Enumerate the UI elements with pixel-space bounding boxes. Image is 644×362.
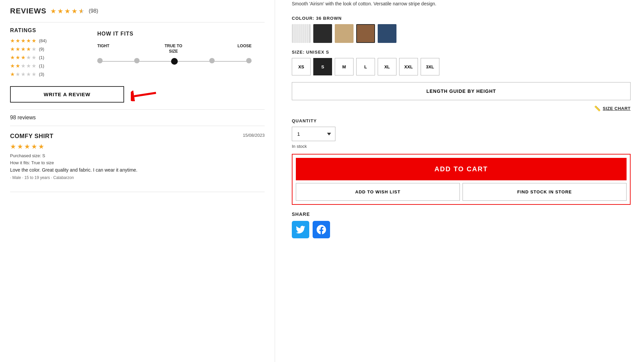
- review-product-name: COMFY SHIRT: [10, 133, 53, 140]
- review-count-badge: (98): [89, 8, 98, 14]
- ratings-section: RATINGS ★ ★ ★ ★ ★ (84) ★ ★: [10, 27, 77, 79]
- fits-title: HOW IT FITS: [97, 31, 265, 37]
- product-description: Smooth 'Airism' with the look of cotton.…: [292, 0, 631, 7]
- review-text: Love the color. Great quality and fabric…: [10, 167, 265, 173]
- rating-row-3: ★ ★ ★ ★ ★ (1): [10, 54, 77, 61]
- fits-labels-row: TIGHT TRUE TOSIZE LOOSE: [97, 44, 252, 54]
- star-4: ★: [71, 7, 77, 15]
- size-chart-link[interactable]: SIZE CHART: [603, 106, 631, 111]
- size-options: XS S M L XL XXL 3XL: [292, 58, 631, 75]
- reviews-title: REVIEWS: [10, 7, 46, 15]
- rating-stars-4: ★ ★ ★ ★ ★: [10, 46, 36, 52]
- fits-scale: TIGHT TRUE TOSIZE LOOSE: [97, 44, 265, 65]
- arrow-indicator: [131, 88, 158, 101]
- color-swatch-brown[interactable]: [356, 24, 375, 43]
- divider-1: [10, 22, 265, 22]
- review-stars: ★ ★ ★ ★ ★: [10, 142, 265, 150]
- ruler-icon: 📏: [594, 105, 601, 112]
- svg-line-1: [134, 93, 156, 96]
- color-swatches: [292, 24, 631, 43]
- length-guide-button[interactable]: LENGTH GUIDE BY HEIGHT: [292, 82, 631, 100]
- rating-count-5: (84): [39, 38, 47, 43]
- size-chart-row: 📏 SIZE CHART: [292, 105, 631, 112]
- rating-row-1: ★ ★ ★ ★ ★ (3): [10, 71, 77, 77]
- ratings-title: RATINGS: [10, 27, 77, 34]
- fits-label-true: TRUE TOSIZE: [165, 44, 182, 54]
- reviews-count: 98 reviews: [10, 115, 265, 121]
- rating-row-2: ★ ★ ★ ★ ★ (1): [10, 63, 77, 69]
- reviewer-info: · Male · 15 to 19 years · Calabarzon: [10, 175, 265, 180]
- rating-count-1: (3): [39, 72, 44, 77]
- find-stock-in-store-button[interactable]: FIND STOCK IN STORE: [463, 183, 627, 201]
- red-arrow-icon: [131, 88, 158, 101]
- write-review-button[interactable]: WRITE A REVIEW: [10, 86, 124, 103]
- reviews-header: REVIEWS ★ ★ ★ ★ ★★ (98): [10, 7, 265, 15]
- rating-stars-5: ★ ★ ★ ★ ★: [10, 38, 36, 44]
- color-swatch-tan[interactable]: [335, 24, 354, 43]
- share-label: SHARE: [292, 212, 631, 217]
- fits-dot-2: [134, 58, 140, 63]
- size-label: SIZE: UNISEX S: [292, 50, 631, 55]
- quantity-select[interactable]: 1 2 3 4 5: [292, 127, 335, 141]
- divider-2: [10, 109, 265, 110]
- rating-stars-2: ★ ★ ★ ★ ★: [10, 63, 36, 69]
- review-item: COMFY SHIRT 15/08/2023 ★ ★ ★ ★ ★ Purchas…: [10, 126, 265, 187]
- rating-count-4: (9): [39, 47, 44, 52]
- review-purchased-size: Purchased size: S: [10, 153, 265, 158]
- size-section: SIZE: UNISEX S XS S M L XL XXL 3XL: [292, 50, 631, 75]
- ratings-fits-row: RATINGS ★ ★ ★ ★ ★ (84) ★ ★: [10, 27, 265, 79]
- fits-track: [97, 57, 252, 65]
- fits-dots: [97, 58, 252, 65]
- review-fit: How it fits: True to size: [10, 160, 265, 165]
- quantity-section: QUANTITY 1 2 3 4 5 In stock: [292, 118, 631, 149]
- color-label: COLOUR: 36 BROWN: [292, 16, 631, 21]
- fits-dot-5: [246, 58, 252, 63]
- size-btn-l[interactable]: L: [356, 58, 375, 75]
- star-1: ★: [50, 7, 56, 15]
- quantity-label: QUANTITY: [292, 118, 631, 123]
- overall-stars: ★ ★ ★ ★ ★★: [50, 7, 85, 15]
- fits-dot-3: [171, 58, 178, 65]
- size-btn-xs[interactable]: XS: [292, 58, 311, 75]
- add-to-wish-list-button[interactable]: ADD TO WISH LIST: [296, 183, 460, 201]
- size-btn-xxl[interactable]: XXL: [399, 58, 418, 75]
- size-btn-s[interactable]: S: [313, 58, 332, 75]
- star-3: ★: [64, 7, 70, 15]
- twitter-share-button[interactable]: [292, 221, 309, 238]
- size-btn-3xl[interactable]: 3XL: [421, 58, 439, 75]
- write-review-row: WRITE A REVIEW: [10, 86, 265, 103]
- fits-dot-1: [97, 58, 103, 63]
- quantity-select-wrapper: 1 2 3 4 5: [292, 127, 335, 141]
- star-2: ★: [57, 7, 63, 15]
- in-stock-label: In stock: [292, 144, 631, 149]
- twitter-icon: [296, 225, 305, 234]
- left-panel: REVIEWS ★ ★ ★ ★ ★★ (98) RATINGS: [0, 0, 275, 362]
- share-icons: [292, 221, 631, 238]
- rating-stars-3: ★ ★ ★ ★ ★: [10, 54, 36, 61]
- rating-count-3: (1): [39, 55, 44, 60]
- rating-stars-1: ★ ★ ★ ★ ★: [10, 71, 36, 77]
- rating-count-2: (1): [39, 63, 44, 68]
- secondary-buttons: ADD TO WISH LIST FIND STOCK IN STORE: [296, 183, 627, 201]
- right-panel: Smooth 'Airism' with the look of cotton.…: [275, 0, 644, 362]
- fits-label-tight: TIGHT: [97, 44, 109, 54]
- color-swatch-navy[interactable]: [378, 24, 396, 43]
- add-to-cart-button[interactable]: ADD TO CART: [296, 158, 627, 180]
- rating-row-4: ★ ★ ★ ★ ★ (9): [10, 46, 77, 52]
- rating-row-5: ★ ★ ★ ★ ★ (84): [10, 38, 77, 44]
- fits-section: HOW IT FITS TIGHT TRUE TOSIZE LOOSE: [97, 27, 265, 79]
- share-section: SHARE: [292, 212, 631, 238]
- color-swatch-stripe-light[interactable]: [292, 24, 311, 43]
- facebook-icon: [317, 225, 326, 234]
- review-date: 15/08/2023: [243, 133, 265, 138]
- color-section: COLOUR: 36 BROWN: [292, 16, 631, 43]
- add-to-cart-box: ADD TO CART ADD TO WISH LIST FIND STOCK …: [292, 154, 631, 205]
- star-half: ★★: [78, 7, 85, 15]
- divider-3: [10, 192, 265, 192]
- size-btn-xl[interactable]: XL: [378, 58, 396, 75]
- color-swatch-dark[interactable]: [313, 24, 332, 43]
- fits-label-loose: LOOSE: [237, 44, 252, 54]
- facebook-share-button[interactable]: [313, 221, 330, 238]
- size-btn-m[interactable]: M: [335, 58, 354, 75]
- fits-dot-4: [209, 58, 215, 63]
